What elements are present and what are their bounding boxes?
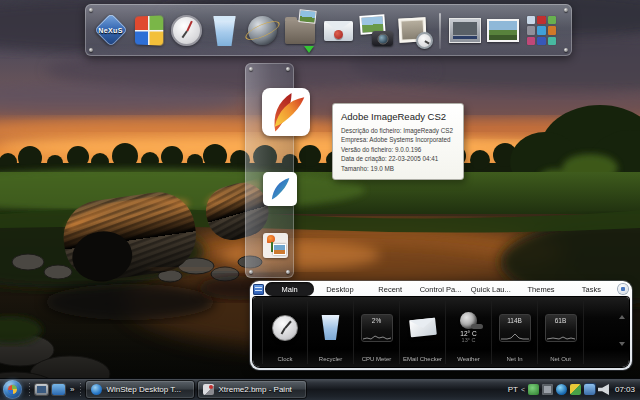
- weather-temp: 12° C: [460, 330, 476, 337]
- widget-label: Net In: [506, 356, 522, 362]
- widget-label: Weather: [457, 356, 480, 362]
- screw-icon: [249, 270, 253, 274]
- taskbar-divider: [28, 383, 31, 397]
- winstep-app-icon: [91, 384, 102, 395]
- tab-desktop[interactable]: Desktop: [315, 282, 364, 296]
- nexus-logo-icon[interactable]: NeXuS: [94, 13, 127, 49]
- tray-network-icon[interactable]: [584, 384, 595, 395]
- paint-app-icon: [203, 384, 214, 395]
- tray-media-orb-icon[interactable]: [556, 384, 567, 395]
- recycle-bin-icon: [320, 315, 341, 340]
- tray-volume-icon[interactable]: [598, 384, 609, 395]
- tab-quick-launch[interactable]: Quick Lau...: [466, 282, 515, 296]
- screw-icon: [564, 8, 568, 12]
- window-thumbnail-app-icon[interactable]: [449, 13, 482, 49]
- panel-close-icon[interactable]: [618, 284, 628, 294]
- tooltip-line: Tamanho: 19.0 MB: [341, 164, 455, 173]
- tooltip-line: Empresa: Adobe Systems Incorporated: [341, 135, 455, 144]
- tray-display-icon[interactable]: [542, 384, 553, 395]
- desktop: NeXuS: [0, 0, 640, 400]
- tooltip-title: Adobe ImageReady CS2: [341, 111, 455, 122]
- app-grid-icon[interactable]: [525, 13, 558, 49]
- widget-label: CPU Meter: [362, 356, 392, 362]
- taskbar: » WinStep Desktop T... Xtreme2.bmp - Pai…: [0, 378, 640, 400]
- tray-clock[interactable]: 07:03: [615, 385, 635, 394]
- weather-temp-secondary: 13° C: [462, 337, 476, 343]
- clock-icon[interactable]: [170, 13, 203, 49]
- taskbar-divider: [79, 383, 82, 397]
- widget-tray: Clock Recycler 2% CPU Meter EMail Checke…: [253, 297, 629, 367]
- start-button[interactable]: [3, 380, 22, 399]
- screw-icon: [564, 48, 568, 52]
- download-arrow-icon: [304, 46, 314, 53]
- scroll-up-icon[interactable]: [619, 315, 625, 319]
- nexus-label: NeXuS: [90, 27, 131, 34]
- envelope-icon: [409, 318, 437, 338]
- tab-recent[interactable]: Recent: [366, 282, 415, 296]
- tooltip-line: Versão do ficheiro: 9.0.0.196: [341, 145, 455, 154]
- widget-label: Net Out: [550, 356, 571, 362]
- tab-control-panel[interactable]: Control Pa...: [416, 282, 465, 296]
- tab-main[interactable]: Main: [265, 282, 314, 296]
- net-out-value: 61B: [555, 317, 567, 324]
- dock-separator: [439, 13, 441, 49]
- widget-label: Clock: [277, 356, 292, 362]
- widget-email-checker[interactable]: EMail Checker: [400, 301, 446, 364]
- moon-cloud-icon: [460, 312, 477, 329]
- picture-manager-icon[interactable]: [263, 233, 288, 258]
- pictures-folder-icon[interactable]: [284, 13, 317, 49]
- cpu-value: 2%: [372, 317, 381, 324]
- screw-icon: [249, 67, 253, 71]
- recycle-bin-icon[interactable]: [208, 13, 241, 49]
- taskbar-button-paint[interactable]: Xtreme2.bmp - Paint: [198, 381, 306, 398]
- taskbar-button-winstep[interactable]: WinStep Desktop T...: [86, 381, 194, 398]
- widget-net-in[interactable]: 114B Net In: [492, 301, 538, 364]
- widget-weather[interactable]: 12° C 13° C Weather: [446, 301, 492, 364]
- window-thumbnail-image-icon[interactable]: [487, 13, 520, 49]
- widget-label: Recycler: [319, 356, 342, 362]
- widget-panel-tabbar: Main Desktop Recent Control Pa... Quick …: [250, 281, 632, 297]
- screw-icon: [89, 8, 93, 12]
- net-in-meter-icon: 114B: [499, 314, 531, 342]
- screw-icon: [286, 67, 290, 71]
- show-desktop-icon[interactable]: [35, 384, 48, 395]
- tab-tasks[interactable]: Tasks: [567, 282, 616, 296]
- windows-logo-icon[interactable]: [132, 13, 165, 49]
- widget-net-out[interactable]: 61B Net Out: [538, 301, 584, 364]
- top-dock-icons: NeXuS: [94, 12, 558, 50]
- clock-icon: [272, 315, 298, 341]
- adobe-imageready-icon[interactable]: [262, 88, 310, 136]
- tray-collapse-chevron[interactable]: <: [521, 386, 525, 393]
- widget-recycler[interactable]: Recycler: [308, 301, 354, 364]
- tooltip-line: Data de criação: 22-03-2005 04:41: [341, 154, 455, 163]
- tooltip-line: Descrição do ficheiro: ImageReady CS2: [341, 126, 455, 135]
- cpu-meter-icon: 2%: [361, 314, 393, 342]
- imageready-tooltip: Adobe ImageReady CS2 Descrição do fichei…: [332, 103, 464, 180]
- screw-icon: [89, 48, 93, 52]
- widget-tray-scrolls: [617, 303, 627, 358]
- screw-icon: [286, 270, 290, 274]
- imageready-feathers-icon: [265, 91, 307, 133]
- tab-themes[interactable]: Themes: [516, 282, 565, 296]
- photoshop-feather-icon: [266, 175, 294, 203]
- language-indicator[interactable]: PT: [508, 385, 518, 394]
- widget-clock[interactable]: Clock: [262, 301, 308, 364]
- camera-photos-icon[interactable]: [360, 13, 393, 49]
- system-tray: PT < 07:03: [508, 384, 640, 395]
- quick-launch-overflow-chevron[interactable]: »: [70, 385, 74, 394]
- quick-launch-window-icon[interactable]: [52, 384, 65, 395]
- widget-cpu-meter[interactable]: 2% CPU Meter: [354, 301, 400, 364]
- tray-shield-icon[interactable]: [570, 384, 581, 395]
- globe-network-icon[interactable]: [246, 13, 279, 49]
- widget-label: EMail Checker: [403, 356, 442, 362]
- net-out-meter-icon: 61B: [545, 314, 577, 342]
- scroll-down-icon[interactable]: [619, 342, 625, 346]
- net-in-value: 114B: [507, 317, 522, 324]
- mail-icon[interactable]: [322, 13, 355, 49]
- top-dock: NeXuS: [85, 4, 572, 56]
- panel-menu-icon[interactable]: [253, 284, 264, 295]
- tray-green-app-icon[interactable]: [528, 384, 539, 395]
- adobe-photoshop-icon[interactable]: [263, 172, 297, 206]
- picture-frame-clock-icon[interactable]: [398, 13, 431, 49]
- widget-panel: Main Desktop Recent Control Pa... Quick …: [250, 281, 632, 370]
